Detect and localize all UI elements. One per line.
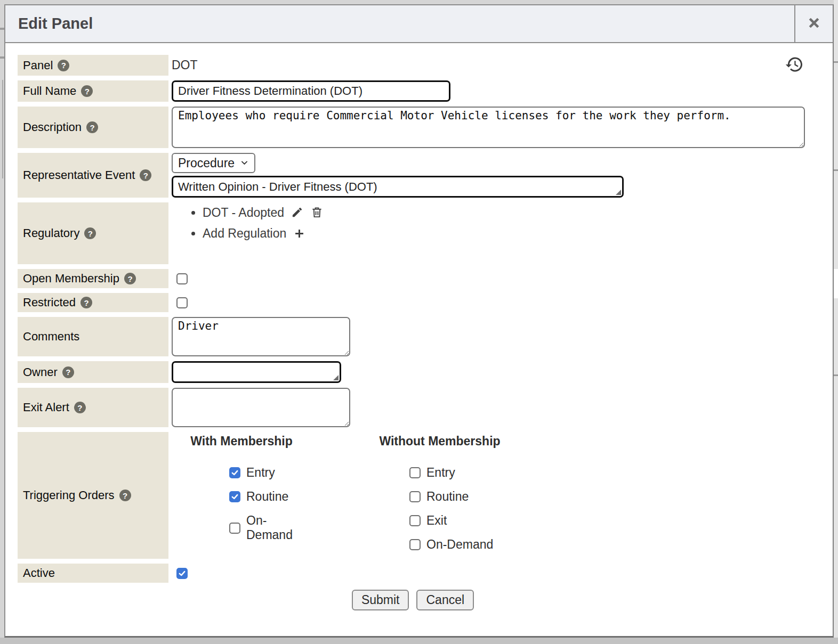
owner-input[interactable] bbox=[172, 361, 341, 383]
comments-textarea[interactable]: Driver bbox=[172, 317, 350, 356]
with-membership-option-on-demand: On-Demand bbox=[229, 513, 311, 542]
close-icon bbox=[806, 15, 822, 33]
history-restore-icon bbox=[785, 68, 804, 76]
label-text: Restricted bbox=[23, 296, 76, 309]
representative-event-type-select[interactable]: Procedure bbox=[172, 153, 255, 173]
without-membership-option-routine: Routine bbox=[409, 490, 517, 504]
dialog-header: Edit Panel bbox=[5, 5, 833, 43]
label-text: Panel bbox=[23, 59, 53, 72]
without-membership-column: Without Membership Entry bbox=[362, 434, 517, 552]
full-name-input[interactable] bbox=[172, 80, 450, 102]
with-membership-column: With Membership Entry bbox=[172, 434, 311, 552]
option-label: On-Demand bbox=[426, 537, 493, 552]
full-name-cell bbox=[172, 80, 805, 102]
trash-icon[interactable] bbox=[311, 207, 323, 221]
field-label-active: Active bbox=[18, 564, 168, 583]
field-label-open-membership: Open Membership ? bbox=[18, 269, 168, 288]
with-membership-option-routine: Routine bbox=[229, 490, 311, 504]
label-text: Comments bbox=[23, 330, 79, 344]
without-exit-checkbox[interactable] bbox=[409, 515, 421, 526]
field-label-full-name: Full Name ? bbox=[18, 80, 168, 102]
restricted-checkbox[interactable] bbox=[176, 297, 188, 308]
dialog-title: Edit Panel bbox=[5, 5, 794, 42]
help-icon[interactable]: ? bbox=[80, 297, 92, 308]
without-membership-heading: Without Membership bbox=[362, 434, 517, 449]
label-text: Representative Event bbox=[23, 168, 135, 182]
field-label-representative-event: Representative Event ? bbox=[18, 153, 168, 198]
restricted-cell bbox=[172, 293, 805, 312]
field-label-owner: Owner ? bbox=[18, 361, 168, 383]
panel-value: DOT bbox=[172, 58, 198, 72]
label-text: Description bbox=[23, 120, 82, 134]
option-label: Exit bbox=[426, 513, 447, 528]
label-text: Full Name bbox=[23, 84, 76, 98]
exit-alert-textarea[interactable] bbox=[172, 388, 350, 427]
help-icon[interactable]: ? bbox=[124, 273, 136, 284]
regulatory-cell: DOT - Adopted Add Regulation bbox=[172, 202, 805, 264]
option-label: On-Demand bbox=[246, 513, 311, 542]
plus-icon[interactable] bbox=[294, 228, 305, 242]
regulatory-item: DOT - Adopted bbox=[203, 206, 805, 222]
field-label-panel: Panel ? bbox=[18, 55, 168, 76]
with-membership-option-entry: Entry bbox=[229, 466, 311, 480]
page-background-left bbox=[0, 0, 4, 644]
edit-panel-dialog: Edit Panel Panel ? DOT bbox=[4, 4, 834, 638]
triggering-orders-cell: With Membership Entry bbox=[172, 432, 805, 559]
help-icon[interactable]: ? bbox=[58, 60, 69, 71]
label-text: Active bbox=[23, 566, 55, 580]
close-button[interactable] bbox=[794, 5, 833, 42]
active-checkbox[interactable] bbox=[176, 568, 188, 579]
help-icon[interactable]: ? bbox=[84, 227, 96, 239]
without-entry-checkbox[interactable] bbox=[409, 467, 421, 478]
regulatory-list: DOT - Adopted Add Regulation bbox=[172, 206, 805, 247]
option-label: Routine bbox=[426, 490, 469, 504]
open-membership-cell bbox=[172, 269, 805, 288]
without-membership-option-on-demand: On-Demand bbox=[409, 537, 517, 552]
panel-value-cell: DOT bbox=[172, 55, 805, 76]
cancel-button[interactable]: Cancel bbox=[416, 590, 474, 610]
with-on-demand-checkbox[interactable] bbox=[229, 523, 240, 534]
without-membership-option-exit: Exit bbox=[409, 513, 517, 528]
dialog-body: Panel ? DOT bbox=[5, 43, 833, 635]
label-text: Triggering Orders bbox=[23, 488, 115, 502]
without-membership-option-entry: Entry bbox=[409, 466, 517, 480]
help-icon[interactable]: ? bbox=[86, 121, 98, 133]
help-icon[interactable]: ? bbox=[119, 490, 131, 501]
field-label-restricted: Restricted ? bbox=[18, 293, 168, 312]
exit-alert-cell bbox=[172, 388, 805, 427]
representative-event-cell: Procedure bbox=[172, 153, 805, 198]
open-membership-checkbox[interactable] bbox=[176, 273, 188, 284]
label-text: Exit Alert bbox=[23, 401, 69, 414]
selected-option-label: Procedure bbox=[178, 156, 235, 170]
option-label: Routine bbox=[246, 490, 288, 504]
without-routine-checkbox[interactable] bbox=[409, 491, 421, 502]
with-membership-heading: With Membership bbox=[172, 434, 311, 449]
help-icon[interactable]: ? bbox=[81, 85, 93, 97]
field-label-triggering-orders: Triggering Orders ? bbox=[18, 432, 168, 559]
with-entry-checkbox[interactable] bbox=[229, 467, 240, 478]
description-textarea[interactable]: Employees who require Commercial Motor V… bbox=[172, 107, 805, 148]
regulatory-item-text: DOT - Adopted bbox=[203, 206, 284, 219]
option-label: Entry bbox=[426, 466, 455, 480]
regulatory-add-item: Add Regulation bbox=[203, 226, 805, 242]
edit-panel-form: Panel ? DOT bbox=[18, 55, 808, 583]
page-background-bottom bbox=[0, 638, 838, 644]
pencil-icon[interactable] bbox=[291, 207, 307, 221]
owner-cell bbox=[172, 361, 805, 383]
label-text: Regulatory bbox=[23, 226, 79, 240]
with-routine-checkbox[interactable] bbox=[229, 491, 240, 502]
history-button[interactable] bbox=[785, 55, 804, 76]
help-icon[interactable]: ? bbox=[74, 402, 86, 413]
active-cell bbox=[172, 564, 805, 583]
option-label: Entry bbox=[246, 466, 275, 480]
submit-button[interactable]: Submit bbox=[352, 590, 409, 610]
representative-event-input[interactable] bbox=[172, 176, 624, 198]
help-icon[interactable]: ? bbox=[62, 366, 74, 378]
without-on-demand-checkbox[interactable] bbox=[409, 539, 421, 550]
page-background-top bbox=[0, 0, 838, 4]
add-regulation-label[interactable]: Add Regulation bbox=[203, 226, 286, 240]
field-label-description: Description ? bbox=[18, 107, 168, 148]
description-cell: Employees who require Commercial Motor V… bbox=[172, 107, 805, 148]
comments-cell: Driver bbox=[172, 317, 805, 356]
help-icon[interactable]: ? bbox=[140, 169, 151, 181]
